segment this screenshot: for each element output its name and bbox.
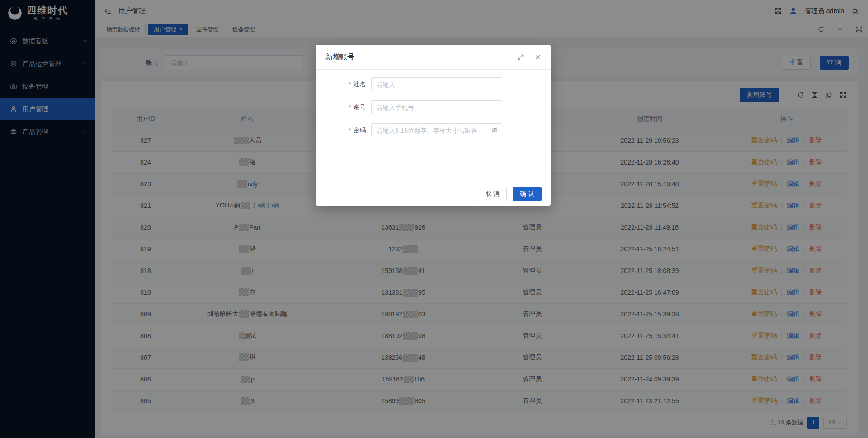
required-asterisk: *: [349, 127, 351, 134]
form-label: *密码: [316, 127, 371, 135]
form-label: *账号: [316, 104, 371, 112]
form-field-name: *姓名: [316, 77, 551, 91]
dialog-footer: 取 消 确 认: [316, 182, 551, 206]
name-input[interactable]: [371, 77, 502, 91]
cancel-button[interactable]: 取 消: [478, 187, 507, 201]
dialog-title: 新增账号: [326, 52, 354, 62]
form-field-password: *密码: [316, 123, 551, 137]
dialog-form: *姓名*账号*密码: [316, 70, 551, 182]
add-account-dialog: 新增账号 *姓名*账号*密码 取 消 确 认: [316, 45, 551, 206]
required-asterisk: *: [349, 80, 351, 88]
eye-off-icon[interactable]: [491, 127, 498, 134]
confirm-button[interactable]: 确 认: [513, 187, 542, 201]
dialog-expand-icon[interactable]: [517, 54, 524, 61]
required-asterisk: *: [349, 104, 351, 111]
password-input[interactable]: [371, 123, 502, 137]
form-label: *姓名: [316, 80, 371, 89]
dialog-close-icon[interactable]: [534, 54, 541, 61]
account-input[interactable]: [371, 100, 502, 114]
form-field-account: *账号: [316, 100, 551, 114]
dialog-header: 新增账号: [316, 45, 551, 70]
